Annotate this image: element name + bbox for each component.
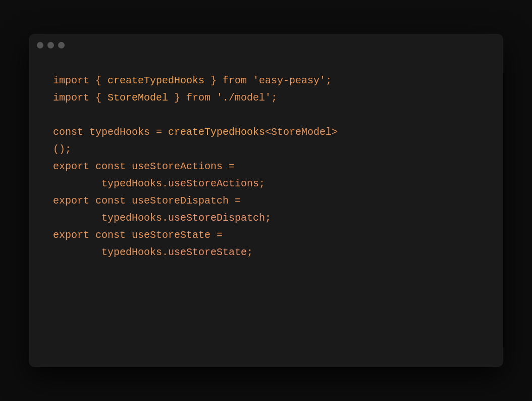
code-line: typedHooks.useStoreActions; xyxy=(53,175,479,192)
punct-token: } xyxy=(168,89,186,107)
plain-token: useStoreActions = xyxy=(126,158,235,175)
blank-line xyxy=(53,107,479,124)
plain-token: useStoreDispatch = xyxy=(126,192,241,210)
kw-token: export xyxy=(53,158,89,175)
punct-token: <StoreModel> xyxy=(265,124,338,141)
plain-token xyxy=(89,158,95,175)
fn-token: createTypedHooks xyxy=(168,124,265,141)
kw-token: export xyxy=(53,227,89,244)
plain-token: typedHooks. xyxy=(53,210,168,227)
titlebar xyxy=(29,34,503,56)
code-line: (); xyxy=(53,141,479,158)
punct-token: { xyxy=(89,72,108,89)
kw-token: const xyxy=(95,158,126,175)
plain-token xyxy=(89,227,95,244)
code-area: import { createTypedHooks } from 'easy-p… xyxy=(29,56,503,277)
kw-token: export xyxy=(53,192,89,210)
close-button[interactable] xyxy=(37,42,43,48)
code-window: import { createTypedHooks } from 'easy-p… xyxy=(29,34,503,367)
code-line: export const useStoreActions = xyxy=(53,158,479,175)
kw-token: const xyxy=(95,227,126,244)
str-token: './model' xyxy=(210,89,271,107)
plain-token: from xyxy=(223,72,247,89)
code-line: typedHooks.useStoreState; xyxy=(53,244,479,261)
code-line: export const useStoreState = xyxy=(53,227,479,244)
punct-token: ; xyxy=(271,89,277,107)
plain-token: typedHooks = xyxy=(83,124,168,141)
fn-token: createTypedHooks xyxy=(108,72,204,89)
maximize-button[interactable] xyxy=(58,42,65,48)
code-line: const typedHooks = createTypedHooks<Stor… xyxy=(53,124,479,141)
punct-token: ; xyxy=(259,175,265,192)
kw-token: import xyxy=(53,89,89,107)
method-token: useStoreDispatch xyxy=(168,210,265,227)
code-line: import { StoreModel } from './model'; xyxy=(53,89,479,107)
punct-token: (); xyxy=(53,141,71,158)
str-token: 'easy-peasy' xyxy=(247,72,326,89)
code-line: import { createTypedHooks } from 'easy-p… xyxy=(53,72,479,89)
punct-token: ; xyxy=(265,210,271,227)
kw-token: const xyxy=(53,124,83,141)
plain-token xyxy=(89,192,95,210)
punct-token: { xyxy=(89,89,108,107)
code-line: export const useStoreDispatch = xyxy=(53,192,479,210)
plain-token: typedHooks. xyxy=(53,175,168,192)
plain-token: typedHooks. xyxy=(53,244,168,261)
punct-token: } xyxy=(204,72,223,89)
punct-token: ; xyxy=(326,72,332,89)
method-token: useStoreState xyxy=(168,244,247,261)
plain-token: from xyxy=(186,89,210,107)
plain-token: useStoreState = xyxy=(126,227,223,244)
method-token: useStoreActions xyxy=(168,175,259,192)
code-line: typedHooks.useStoreDispatch; xyxy=(53,210,479,227)
fn-token: StoreModel xyxy=(108,89,168,107)
punct-token: ; xyxy=(247,244,253,261)
kw-token: const xyxy=(95,192,126,210)
kw-token: import xyxy=(53,72,89,89)
minimize-button[interactable] xyxy=(47,42,54,48)
